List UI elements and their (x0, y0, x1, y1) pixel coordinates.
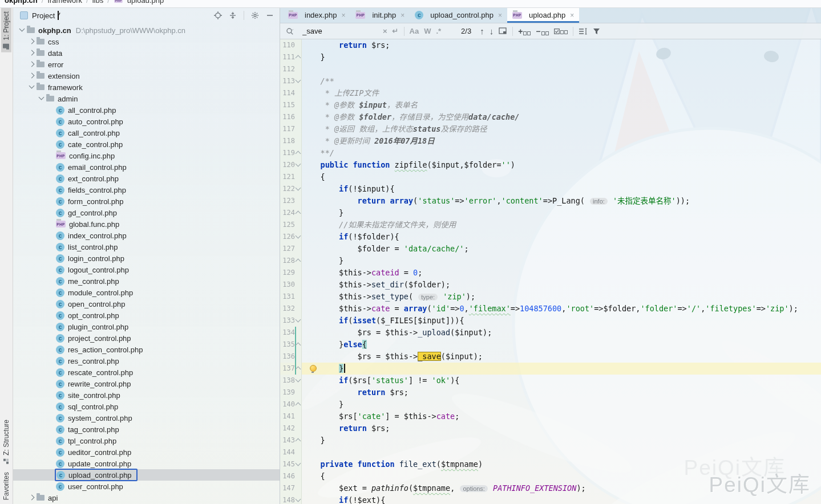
filter-lines-icon[interactable] (579, 28, 588, 35)
tree-item-form-control-php[interactable]: cform_control.php (13, 196, 280, 207)
tree-item-rescate-control-php[interactable]: crescate_control.php (13, 367, 280, 378)
tree-item-user-control-php[interactable]: cuser_control.php (13, 481, 280, 492)
fold-end-icon[interactable] (296, 151, 301, 157)
tree-item-config-inc-php[interactable]: PHPconfig.inc.php (13, 150, 280, 161)
select-all-occurrences-icon[interactable] (499, 27, 507, 35)
close-tab-icon[interactable]: × (498, 11, 502, 19)
tree-item-ueditor-control-php[interactable]: cueditor_control.php (13, 446, 280, 458)
fold-end-icon[interactable] (296, 55, 301, 61)
tree-item-email-control-php[interactable]: cemail_control.php (13, 161, 280, 173)
tree-item-fields-control-php[interactable]: cfields_control.php (13, 184, 280, 196)
tree-item-call-control-php[interactable]: ccall_control.php (13, 127, 280, 139)
tree-item-cate-control-php[interactable]: ccate_control.php (13, 139, 280, 150)
hide-panel-icon[interactable] (266, 11, 274, 19)
tree-item-open-control-php[interactable]: copen_control.php (13, 298, 280, 310)
tab-upload-php[interactable]: PHPupload.php× (507, 7, 579, 23)
fold-start-icon[interactable] (296, 461, 301, 466)
clear-search-icon[interactable]: × (383, 27, 387, 35)
fold-start-icon[interactable] (296, 317, 301, 323)
fold-end-icon[interactable] (296, 367, 301, 372)
fold-start-icon[interactable] (296, 185, 301, 191)
tree-item-sql-control-php[interactable]: csql_control.php (13, 401, 280, 412)
fold-end-icon[interactable] (296, 403, 301, 408)
tool-button-structure[interactable]: Z: Structure (1, 416, 11, 468)
add-occurrence-icon[interactable]: + (518, 27, 531, 35)
regex-toggle[interactable]: .* (436, 27, 441, 35)
fold-start-icon[interactable] (296, 233, 301, 239)
tree-item-css[interactable]: css (13, 36, 280, 47)
tree-item-okphp-cn[interactable]: okphp.cnD:\phpstudy_pro\WWW\okphp.cn (13, 25, 280, 36)
tree-item-upload-control-php[interactable]: cupload_control.php (13, 469, 280, 481)
tree-item-admin[interactable]: admin (13, 93, 280, 104)
previous-match-icon[interactable]: ↑ (480, 26, 484, 36)
filter-funnel-icon[interactable] (593, 28, 600, 35)
tab-init-php[interactable]: PHPinit.php× (350, 7, 410, 23)
tree-item-plugin-control-php[interactable]: cplugin_control.php (13, 321, 280, 332)
breadcrumb-item-okphp-cn[interactable]: okphp.cn (5, 0, 38, 5)
intention-bulb-icon[interactable] (310, 365, 317, 372)
tree-item-global-func-php[interactable]: PHPglobal.func.php (13, 218, 280, 230)
tool-button-project[interactable]: 1: Project (1, 7, 11, 52)
tree-item-res-action-control-php[interactable]: cres_action_control.php (13, 344, 280, 355)
tree-item-me-control-php[interactable]: cme_control.php (13, 275, 280, 287)
tree-item-tag-control-php[interactable]: ctag_control.php (13, 424, 280, 435)
tree-item-ext-control-php[interactable]: cext_control.php (13, 173, 280, 184)
collapse-all-icon[interactable] (229, 11, 237, 19)
close-tab-icon[interactable]: × (401, 11, 405, 19)
fold-start-icon[interactable] (296, 161, 301, 167)
breadcrumb-item-upload-php[interactable]: upload.php (127, 0, 164, 5)
search-icon[interactable] (286, 27, 296, 35)
fold-start-icon[interactable] (296, 377, 301, 383)
tree-item-opt-control-php[interactable]: copt_control.php (13, 310, 280, 321)
gutter-fold-column (295, 183, 302, 195)
select-occurrences-icon[interactable] (554, 29, 568, 34)
tree-item-logout-control-php[interactable]: clogout_control.php (13, 264, 280, 275)
code-text: if(!$ext){ (302, 494, 385, 504)
breadcrumb-item-libs[interactable]: libs (92, 0, 104, 5)
fold-end-icon[interactable] (296, 343, 301, 348)
fold-end-icon[interactable] (296, 438, 301, 444)
tree-item-site-control-php[interactable]: csite_control.php (13, 389, 280, 401)
tree-item-api[interactable]: api (13, 492, 280, 503)
tree-item-framework[interactable]: framework (13, 82, 280, 93)
next-match-icon[interactable]: ↓ (490, 26, 494, 36)
tree-item-all-control-php[interactable]: call_control.php (13, 104, 280, 116)
tree-item-data[interactable]: data (13, 47, 280, 59)
tree-item-project-control-php[interactable]: cproject_control.php (13, 332, 280, 344)
tree-item-auto-control-php[interactable]: cauto_control.php (13, 116, 280, 127)
breadcrumb-item-framework[interactable]: framework (47, 0, 82, 5)
locate-icon[interactable] (214, 11, 222, 19)
code-line-130: 130 $this->set_dir($folder); (280, 279, 821, 291)
tree-item-list-control-php[interactable]: clist_control.php (13, 241, 280, 253)
match-case-toggle[interactable]: Aa (410, 27, 419, 35)
tree-item-login-control-php[interactable]: clogin_control.php (13, 253, 280, 264)
tree-item-error[interactable]: error (13, 59, 280, 70)
close-tab-icon[interactable]: × (341, 11, 345, 19)
fold-start-icon[interactable] (296, 78, 301, 83)
close-tab-icon[interactable]: × (570, 11, 574, 19)
words-toggle[interactable]: W (424, 27, 431, 35)
settings-icon[interactable] (251, 11, 259, 19)
tree-item-label: module_control.php (68, 288, 133, 297)
tree-item-update-control-php[interactable]: cupdate_control.php (13, 458, 280, 469)
tab-index-php[interactable]: PHPindex.php× (283, 7, 350, 23)
tree-item-rewrite-control-php[interactable]: crewrite_control.php (13, 378, 280, 389)
tree-item-extension[interactable]: extension (13, 70, 280, 82)
tree-item-module-control-php[interactable]: cmodule_control.php (13, 287, 280, 298)
tree-item-tpl-control-php[interactable]: ctpl_control.php (13, 435, 280, 446)
newline-icon[interactable]: ↵ (393, 27, 399, 35)
fold-end-icon[interactable] (296, 211, 301, 217)
find-input[interactable] (301, 26, 378, 36)
tree-item-res-control-php[interactable]: cres_control.php (13, 355, 280, 367)
tree-item-gd-control-php[interactable]: cgd_control.php (13, 207, 280, 218)
tree-item-index-control-php[interactable]: cindex_control.php (13, 230, 280, 241)
code-line-110: 110 return $rs; (280, 39, 821, 51)
tree-item-system-control-php[interactable]: csystem_control.php (13, 412, 280, 424)
tool-button-favorites[interactable]: Favorites (1, 468, 11, 504)
code-area[interactable]: 110 return $rs;111 }112113 /**114 * 上传ZI… (280, 39, 821, 504)
fold-start-icon[interactable] (296, 497, 301, 502)
tab-upload-control-php[interactable]: cupload_control.php× (410, 7, 507, 23)
fold-end-icon[interactable] (296, 259, 301, 265)
chevron-down-icon[interactable]: ▾ (58, 11, 59, 20)
remove-occurrence-icon[interactable]: − (536, 27, 548, 35)
